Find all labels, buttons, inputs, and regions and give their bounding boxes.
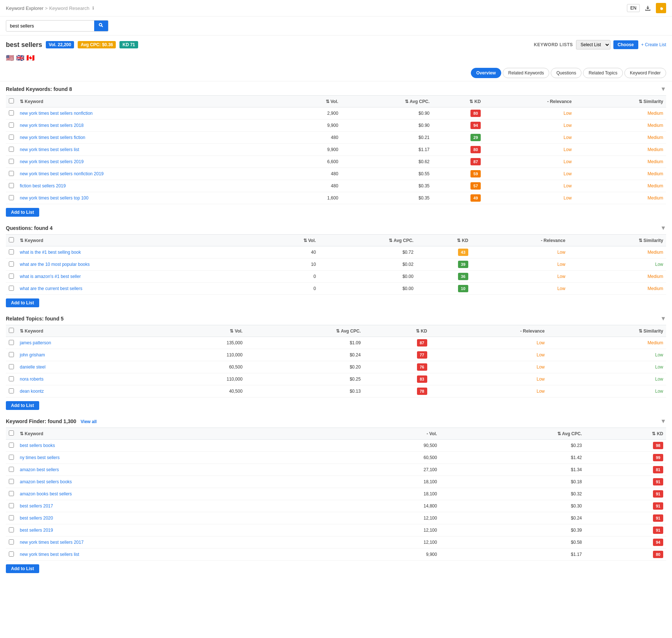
col-kd[interactable]: ⇅ KD — [363, 325, 430, 337]
row-checkbox[interactable] — [9, 274, 14, 279]
keyword-link[interactable]: james patterson — [20, 340, 51, 345]
view-all-link[interactable]: View all — [81, 419, 97, 424]
row-checkbox[interactable] — [9, 479, 14, 484]
keyword-link[interactable]: dean koontz — [20, 389, 44, 394]
col-keyword[interactable]: ⇅ Keyword — [17, 96, 286, 107]
keyword-finder-select-all[interactable] — [9, 430, 14, 436]
col-similarity[interactable]: ⇅ Similarity — [568, 235, 666, 246]
keyword-link[interactable]: new york times best sellers nonfiction — [20, 111, 93, 116]
related-keywords-select-all[interactable] — [9, 98, 14, 103]
row-checkbox[interactable] — [9, 122, 14, 128]
related-topics-add-btn[interactable]: Add to List — [6, 401, 39, 410]
keyword-link[interactable]: ny times best sellers — [20, 455, 60, 460]
row-checkbox[interactable] — [9, 159, 14, 164]
col-kd[interactable]: ⇅ KD — [416, 235, 471, 246]
keyword-link[interactable]: new york times best sellers list — [20, 147, 79, 152]
related-topics-filter-icon[interactable]: ▼ — [660, 315, 666, 322]
keyword-link[interactable]: new york times best sellers 2019 — [20, 159, 84, 164]
download-button[interactable] — [643, 3, 653, 13]
row-checkbox[interactable] — [9, 364, 14, 369]
row-checkbox[interactable] — [9, 286, 14, 291]
col-keyword[interactable]: ⇅ Keyword — [17, 235, 259, 246]
lang-button[interactable]: EN — [627, 4, 640, 12]
col-kd[interactable]: ⇅ KD — [585, 428, 666, 440]
col-cpc[interactable]: ⇅ Avg CPC. — [341, 96, 432, 107]
keyword-link[interactable]: what is amazon's #1 best seller — [20, 274, 81, 279]
row-checkbox[interactable] — [9, 376, 14, 381]
keyword-link[interactable]: what are the 10 most popular books — [20, 262, 90, 267]
related-keywords-filter-icon[interactable]: ▼ — [660, 86, 666, 92]
choose-button[interactable]: Choose — [613, 40, 638, 49]
keyword-link[interactable]: new york times best sellers nonfiction 2… — [20, 171, 104, 176]
row-checkbox[interactable] — [9, 261, 14, 267]
questions-filter-icon[interactable]: ▼ — [660, 225, 666, 231]
row-checkbox[interactable] — [9, 491, 14, 496]
keyword-link[interactable]: nora roberts — [20, 377, 44, 382]
keyword-link[interactable]: best sellers books — [20, 443, 55, 448]
col-keyword[interactable]: ⇅ Keyword — [17, 428, 348, 440]
keyword-finder-add-btn[interactable]: Add to List — [6, 564, 39, 573]
row-checkbox[interactable] — [9, 443, 14, 448]
row-checkbox[interactable] — [9, 183, 14, 188]
keyword-finder-filter-icon[interactable]: ▼ — [660, 418, 666, 425]
keyword-link[interactable]: amazon best sellers books — [20, 479, 72, 484]
keyword-link[interactable]: new york times best sellers top 100 — [20, 195, 88, 201]
select-list-dropdown[interactable]: Select List — [576, 40, 610, 50]
row-checkbox[interactable] — [9, 551, 14, 557]
keyword-link[interactable]: amazon books best sellers — [20, 491, 72, 496]
col-relevance[interactable]: - Relevance — [471, 235, 568, 246]
row-checkbox[interactable] — [9, 352, 14, 357]
related-topics-select-all[interactable] — [9, 328, 14, 333]
keyword-link[interactable]: best sellers 2017 — [20, 503, 53, 509]
keyword-link[interactable]: new york times best sellers 2017 — [20, 540, 84, 545]
row-checkbox[interactable] — [9, 455, 14, 460]
col-relevance[interactable]: - Relevance — [484, 96, 575, 107]
keyword-link[interactable]: new york times best sellers fiction — [20, 135, 85, 140]
row-checkbox[interactable] — [9, 135, 14, 140]
keyword-link[interactable]: john grisham — [20, 352, 45, 358]
flag-uk[interactable]: 🇬🇧 — [16, 54, 24, 62]
row-checkbox[interactable] — [9, 539, 14, 544]
questions-add-btn[interactable]: Add to List — [6, 298, 39, 307]
flag-ca[interactable]: 🇨🇦 — [26, 54, 34, 62]
row-checkbox[interactable] — [9, 195, 14, 200]
keyword-link[interactable]: what are the current best sellers — [20, 286, 82, 291]
related-keywords-add-btn[interactable]: Add to List — [6, 208, 39, 217]
keyword-link[interactable]: what is the #1 best selling book — [20, 250, 81, 255]
col-cpc[interactable]: ⇅ Avg CPC. — [245, 325, 364, 337]
create-list-link[interactable]: + Create List — [641, 42, 666, 47]
row-checkbox[interactable] — [9, 527, 14, 532]
col-keyword[interactable]: ⇅ Keyword — [17, 325, 161, 337]
tab-keyword-finder[interactable]: Keyword Finder — [624, 68, 666, 78]
keyword-link[interactable]: danielle steel — [20, 364, 45, 370]
row-checkbox[interactable] — [9, 340, 14, 345]
keyword-link[interactable]: best sellers 2019 — [20, 528, 53, 533]
keyword-link[interactable]: amazon best sellers — [20, 467, 59, 472]
tab-overview[interactable]: Overview — [471, 68, 501, 78]
keyword-link[interactable]: fiction best sellers 2019 — [20, 183, 66, 188]
col-vol[interactable]: ⇅ Vol. — [259, 235, 319, 246]
row-checkbox[interactable] — [9, 388, 14, 393]
flag-us[interactable]: 🇺🇸 — [6, 54, 14, 62]
tab-related-keywords[interactable]: Related Keywords — [503, 68, 549, 78]
row-checkbox[interactable] — [9, 147, 14, 152]
questions-select-all[interactable] — [9, 237, 14, 242]
col-similarity[interactable]: ⇅ Similarity — [575, 96, 666, 107]
col-vol[interactable]: ⇅ Vol. — [286, 96, 341, 107]
row-checkbox[interactable] — [9, 503, 14, 508]
row-checkbox[interactable] — [9, 110, 14, 115]
breadcrumb-keyword-explorer[interactable]: Keyword Explorer — [6, 6, 44, 11]
row-checkbox[interactable] — [9, 249, 14, 254]
col-vol[interactable]: ⇅ Vol. — [161, 325, 245, 337]
row-checkbox[interactable] — [9, 467, 14, 472]
col-similarity[interactable]: ⇅ Similarity — [547, 325, 666, 337]
settings-button[interactable] — [656, 3, 666, 13]
keyword-link[interactable]: new york times best sellers 2018 — [20, 123, 84, 128]
col-cpc[interactable]: ⇅ Avg CPC. — [440, 428, 585, 440]
col-kd[interactable]: ⇅ KD — [432, 96, 484, 107]
keyword-link[interactable]: best sellers 2020 — [20, 516, 53, 521]
keyword-link[interactable]: new york times best sellers list — [20, 552, 79, 557]
col-cpc[interactable]: ⇅ Avg CPC. — [319, 235, 416, 246]
col-vol[interactable]: - Vol. — [348, 428, 440, 440]
tab-questions[interactable]: Questions — [551, 68, 581, 78]
